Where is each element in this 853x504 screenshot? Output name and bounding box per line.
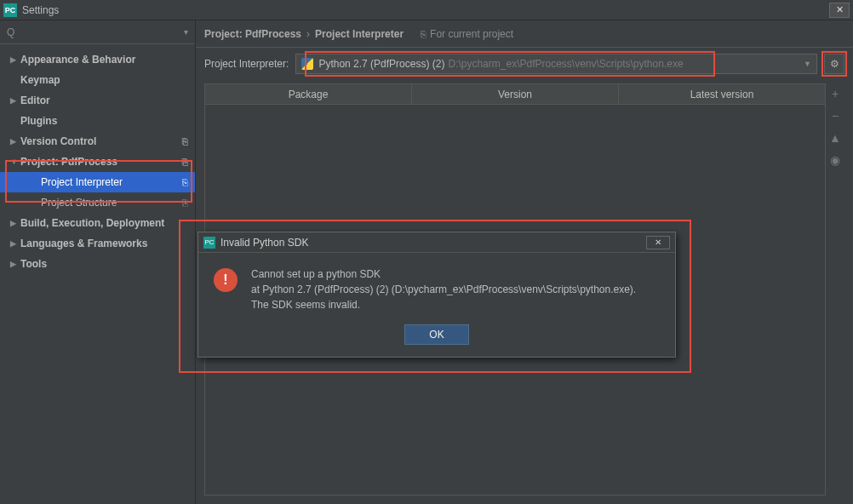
sidebar-item-editor[interactable]: ▶Editor	[0, 90, 195, 111]
python-icon	[301, 58, 313, 70]
expand-arrow-icon: ▶	[10, 137, 20, 146]
current-project-note: ⎘ For current project	[421, 28, 513, 40]
sidebar-item-label: Project Interpreter	[41, 176, 182, 188]
sidebar-item-label: Build, Execution, Deployment	[20, 217, 188, 229]
interpreter-gear-button[interactable]: ⚙	[824, 54, 844, 74]
ok-button[interactable]: OK	[404, 324, 468, 345]
interpreter-row: Project Interpreter: Python 2.7 (PdfProc…	[196, 48, 853, 80]
sidebar-item-label: Languages & Frameworks	[20, 238, 188, 249]
project-badge-icon: ⎘	[182, 157, 188, 167]
upgrade-package-button[interactable]: ▲	[829, 131, 841, 145]
sidebar-item-plugins[interactable]: Plugins	[0, 111, 195, 131]
expand-arrow-icon: ▶	[10, 239, 20, 248]
breadcrumb-sep: ›	[306, 28, 310, 40]
dialog-close-button[interactable]: ✕	[646, 236, 670, 249]
sidebar-item-tools[interactable]: ▶Tools	[0, 254, 195, 274]
breadcrumb: Project: PdfProcess › Project Interprete…	[196, 20, 853, 48]
sidebar-item-label: Editor	[20, 94, 188, 106]
dialog-body: ! Cannot set up a python SDK at Python 2…	[198, 253, 675, 324]
project-badge-icon: ⎘	[182, 136, 188, 146]
dialog-titlebar: PC Invalid Python SDK ✕	[198, 232, 675, 253]
expand-arrow-icon: ▶	[10, 96, 20, 105]
expand-arrow-icon: ▶	[10, 260, 20, 268]
sidebar-item-label: Plugins	[20, 115, 188, 127]
sidebar-item-languages-frameworks[interactable]: ▶Languages & Frameworks	[0, 233, 195, 254]
app-icon: PC	[3, 3, 17, 17]
search-input[interactable]	[18, 26, 184, 38]
sidebar-item-appearance-behavior[interactable]: ▶Appearance & Behavior	[0, 49, 195, 70]
gear-icon: ⚙	[830, 58, 839, 70]
interpreter-select[interactable]: Python 2.7 (PdfProcess) (2) D:\pycharm_e…	[295, 54, 817, 74]
sidebar-item-label: Project Structure	[41, 197, 182, 209]
col-package[interactable]: Package	[205, 84, 412, 104]
sidebar-item-version-control[interactable]: ▶Version Control⎘	[0, 131, 195, 152]
sidebar-item-project-pdfprocess[interactable]: ▼Project: PdfProcess⎘	[0, 152, 195, 172]
sidebar-item-project-interpreter[interactable]: Project Interpreter⎘	[0, 172, 195, 192]
dialog-title-text: Invalid Python SDK	[220, 237, 308, 249]
add-package-button[interactable]: +	[832, 87, 839, 100]
sidebar-item-label: Project: PdfProcess	[20, 156, 182, 168]
chevron-down-icon[interactable]: ▾	[184, 27, 188, 37]
sidebar-item-label: Appearance & Behavior	[20, 54, 188, 66]
expand-arrow-icon: ▶	[10, 219, 20, 227]
invalid-sdk-dialog: PC Invalid Python SDK ✕ ! Cannot set up …	[198, 232, 676, 358]
copy-icon: ⎘	[421, 29, 426, 39]
search-row: Q ▾	[0, 20, 195, 44]
project-badge-icon: ⎘	[182, 198, 188, 208]
window-close-button[interactable]: ✕	[829, 3, 850, 18]
close-icon: ✕	[836, 4, 844, 15]
error-icon: !	[214, 268, 238, 292]
col-version[interactable]: Version	[412, 84, 619, 104]
sidebar-item-label: Version Control	[20, 135, 182, 147]
settings-sidebar: Q ▾ ▶Appearance & BehaviorKeymap▶EditorP…	[0, 20, 196, 504]
expand-arrow-icon: ▼	[10, 158, 20, 166]
app-icon: PC	[203, 237, 215, 249]
titlebar: PC Settings ✕	[0, 0, 853, 20]
package-table-header: Package Version Latest version	[205, 84, 825, 105]
breadcrumb-leaf: Project Interpreter	[315, 28, 404, 40]
sidebar-item-build-execution-deployment[interactable]: ▶Build, Execution, Deployment	[0, 213, 195, 233]
breadcrumb-root[interactable]: Project: PdfProcess	[204, 28, 301, 40]
sidebar-item-keymap[interactable]: Keymap	[0, 70, 195, 90]
project-badge-icon: ⎘	[182, 177, 188, 187]
col-latest[interactable]: Latest version	[619, 84, 825, 104]
sidebar-item-project-structure[interactable]: Project Structure⎘	[0, 192, 195, 213]
package-side-buttons: + − ▲ ◉	[826, 83, 844, 495]
sidebar-item-label: Keymap	[20, 74, 188, 86]
window-title: Settings	[22, 4, 59, 16]
dialog-message: Cannot set up a python SDK at Python 2.7…	[251, 266, 636, 312]
dialog-footer: OK	[198, 324, 675, 357]
interpreter-name: Python 2.7 (PdfProcess) (2)	[318, 58, 444, 70]
interpreter-label: Project Interpreter:	[204, 58, 289, 70]
chevron-down-icon: ▼	[804, 60, 811, 68]
show-early-button[interactable]: ◉	[830, 153, 840, 167]
search-icon: Q	[7, 26, 14, 38]
expand-arrow-icon: ▶	[10, 55, 20, 64]
remove-package-button[interactable]: −	[832, 109, 839, 123]
sidebar-item-label: Tools	[20, 258, 188, 270]
interpreter-path: D:\pycharm_ex\PdfProcess\venv\Scripts\py…	[448, 58, 683, 70]
settings-tree: ▶Appearance & BehaviorKeymap▶EditorPlugi…	[0, 44, 195, 504]
